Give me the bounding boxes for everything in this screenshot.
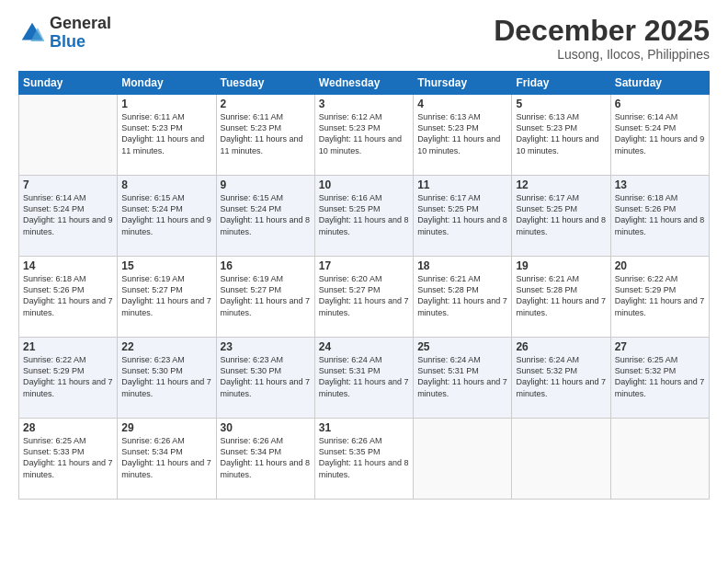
day-number: 26: [516, 340, 606, 353]
day-number: 30: [221, 421, 311, 434]
day-info: Sunrise: 6:14 AM Sunset: 5:24 PM Dayligh…: [23, 192, 113, 237]
calendar-week-row: 1Sunrise: 6:11 AM Sunset: 5:23 PM Daylig…: [19, 95, 710, 176]
title-block: December 2025 Lusong, Ilocos, Philippine…: [494, 15, 710, 62]
day-info: Sunrise: 6:19 AM Sunset: 5:27 PM Dayligh…: [121, 273, 211, 318]
calendar-cell: 22Sunrise: 6:23 AM Sunset: 5:30 PM Dayli…: [118, 338, 216, 419]
calendar-cell: 1Sunrise: 6:11 AM Sunset: 5:23 PM Daylig…: [118, 95, 216, 176]
day-number: 21: [23, 340, 113, 353]
calendar: SundayMondayTuesdayWednesdayThursdayFrid…: [18, 71, 710, 500]
day-number: 2: [221, 98, 311, 110]
logo-icon: [18, 19, 46, 47]
day-info: Sunrise: 6:23 AM Sunset: 5:30 PM Dayligh…: [121, 354, 211, 399]
calendar-cell: 3Sunrise: 6:12 AM Sunset: 5:23 PM Daylig…: [314, 95, 413, 176]
calendar-cell: [512, 419, 610, 500]
calendar-cell: 21Sunrise: 6:22 AM Sunset: 5:29 PM Dayli…: [19, 338, 118, 419]
calendar-week-row: 28Sunrise: 6:25 AM Sunset: 5:33 PM Dayli…: [19, 419, 710, 500]
day-number: 11: [417, 178, 507, 191]
day-number: 7: [23, 178, 113, 191]
calendar-cell: 11Sunrise: 6:17 AM Sunset: 5:25 PM Dayli…: [414, 176, 512, 257]
logo-text: General Blue: [50, 15, 111, 52]
weekday-header: Tuesday: [216, 72, 314, 95]
day-number: 19: [516, 259, 606, 272]
day-info: Sunrise: 6:13 AM Sunset: 5:23 PM Dayligh…: [417, 111, 507, 156]
header: General Blue December 2025 Lusong, Iloco…: [18, 15, 710, 62]
location: Lusong, Ilocos, Philippines: [494, 47, 710, 62]
day-number: 9: [221, 178, 311, 191]
weekday-header: Saturday: [610, 72, 709, 95]
logo-general: General: [50, 15, 111, 33]
calendar-week-row: 21Sunrise: 6:22 AM Sunset: 5:29 PM Dayli…: [19, 338, 710, 419]
calendar-cell: 23Sunrise: 6:23 AM Sunset: 5:30 PM Dayli…: [216, 338, 314, 419]
day-info: Sunrise: 6:22 AM Sunset: 5:29 PM Dayligh…: [23, 354, 113, 399]
day-info: Sunrise: 6:12 AM Sunset: 5:23 PM Dayligh…: [319, 111, 409, 156]
day-info: Sunrise: 6:22 AM Sunset: 5:29 PM Dayligh…: [615, 273, 705, 318]
day-number: 3: [319, 98, 409, 110]
day-info: Sunrise: 6:19 AM Sunset: 5:27 PM Dayligh…: [221, 273, 311, 318]
day-number: 10: [319, 178, 409, 191]
calendar-cell: 20Sunrise: 6:22 AM Sunset: 5:29 PM Dayli…: [610, 257, 709, 338]
calendar-week-row: 7Sunrise: 6:14 AM Sunset: 5:24 PM Daylig…: [19, 176, 710, 257]
day-info: Sunrise: 6:17 AM Sunset: 5:25 PM Dayligh…: [417, 192, 507, 237]
day-number: 22: [121, 340, 211, 353]
calendar-cell: 12Sunrise: 6:17 AM Sunset: 5:25 PM Dayli…: [512, 176, 610, 257]
day-info: Sunrise: 6:18 AM Sunset: 5:26 PM Dayligh…: [23, 273, 113, 318]
calendar-cell: 26Sunrise: 6:24 AM Sunset: 5:32 PM Dayli…: [512, 338, 610, 419]
calendar-cell: 15Sunrise: 6:19 AM Sunset: 5:27 PM Dayli…: [118, 257, 216, 338]
day-info: Sunrise: 6:25 AM Sunset: 5:32 PM Dayligh…: [615, 354, 705, 399]
calendar-cell: [610, 419, 709, 500]
day-info: Sunrise: 6:16 AM Sunset: 5:25 PM Dayligh…: [319, 192, 409, 237]
calendar-cell: 29Sunrise: 6:26 AM Sunset: 5:34 PM Dayli…: [118, 419, 216, 500]
logo-blue: Blue: [50, 33, 111, 52]
calendar-cell: 5Sunrise: 6:13 AM Sunset: 5:23 PM Daylig…: [512, 95, 610, 176]
calendar-cell: [19, 95, 118, 176]
calendar-cell: 2Sunrise: 6:11 AM Sunset: 5:23 PM Daylig…: [216, 95, 314, 176]
weekday-header-row: SundayMondayTuesdayWednesdayThursdayFrid…: [19, 72, 710, 95]
day-number: 15: [121, 259, 211, 272]
day-info: Sunrise: 6:14 AM Sunset: 5:24 PM Dayligh…: [615, 111, 705, 156]
logo: General Blue: [18, 15, 111, 52]
day-info: Sunrise: 6:17 AM Sunset: 5:25 PM Dayligh…: [516, 192, 606, 237]
day-number: 25: [417, 340, 507, 353]
day-number: 31: [319, 421, 409, 434]
day-info: Sunrise: 6:26 AM Sunset: 5:34 PM Dayligh…: [121, 435, 211, 480]
calendar-cell: 31Sunrise: 6:26 AM Sunset: 5:35 PM Dayli…: [314, 419, 413, 500]
calendar-cell: [414, 419, 512, 500]
day-number: 27: [615, 340, 705, 353]
day-number: 12: [516, 178, 606, 191]
calendar-cell: 13Sunrise: 6:18 AM Sunset: 5:26 PM Dayli…: [610, 176, 709, 257]
day-number: 18: [417, 259, 507, 272]
day-number: 1: [121, 98, 211, 110]
calendar-cell: 18Sunrise: 6:21 AM Sunset: 5:28 PM Dayli…: [414, 257, 512, 338]
day-number: 17: [319, 259, 409, 272]
day-number: 14: [23, 259, 113, 272]
day-info: Sunrise: 6:15 AM Sunset: 5:24 PM Dayligh…: [221, 192, 311, 237]
day-info: Sunrise: 6:18 AM Sunset: 5:26 PM Dayligh…: [615, 192, 705, 237]
calendar-cell: 16Sunrise: 6:19 AM Sunset: 5:27 PM Dayli…: [216, 257, 314, 338]
day-info: Sunrise: 6:24 AM Sunset: 5:31 PM Dayligh…: [417, 354, 507, 399]
day-number: 13: [615, 178, 705, 191]
day-info: Sunrise: 6:11 AM Sunset: 5:23 PM Dayligh…: [221, 111, 311, 156]
day-info: Sunrise: 6:25 AM Sunset: 5:33 PM Dayligh…: [23, 435, 113, 480]
day-info: Sunrise: 6:21 AM Sunset: 5:28 PM Dayligh…: [417, 273, 507, 318]
day-info: Sunrise: 6:26 AM Sunset: 5:34 PM Dayligh…: [221, 435, 311, 480]
calendar-cell: 25Sunrise: 6:24 AM Sunset: 5:31 PM Dayli…: [414, 338, 512, 419]
calendar-cell: 9Sunrise: 6:15 AM Sunset: 5:24 PM Daylig…: [216, 176, 314, 257]
day-info: Sunrise: 6:13 AM Sunset: 5:23 PM Dayligh…: [516, 111, 606, 156]
calendar-cell: 19Sunrise: 6:21 AM Sunset: 5:28 PM Dayli…: [512, 257, 610, 338]
day-info: Sunrise: 6:23 AM Sunset: 5:30 PM Dayligh…: [221, 354, 311, 399]
day-number: 20: [615, 259, 705, 272]
day-number: 29: [121, 421, 211, 434]
day-number: 8: [121, 178, 211, 191]
calendar-cell: 24Sunrise: 6:24 AM Sunset: 5:31 PM Dayli…: [314, 338, 413, 419]
page: General Blue December 2025 Lusong, Iloco…: [0, 0, 728, 563]
day-info: Sunrise: 6:21 AM Sunset: 5:28 PM Dayligh…: [516, 273, 606, 318]
calendar-cell: 27Sunrise: 6:25 AM Sunset: 5:32 PM Dayli…: [610, 338, 709, 419]
day-number: 6: [615, 98, 705, 110]
day-number: 16: [221, 259, 311, 272]
day-number: 23: [221, 340, 311, 353]
calendar-cell: 4Sunrise: 6:13 AM Sunset: 5:23 PM Daylig…: [414, 95, 512, 176]
day-number: 4: [417, 98, 507, 110]
day-number: 5: [516, 98, 606, 110]
calendar-cell: 10Sunrise: 6:16 AM Sunset: 5:25 PM Dayli…: [314, 176, 413, 257]
day-info: Sunrise: 6:15 AM Sunset: 5:24 PM Dayligh…: [121, 192, 211, 237]
